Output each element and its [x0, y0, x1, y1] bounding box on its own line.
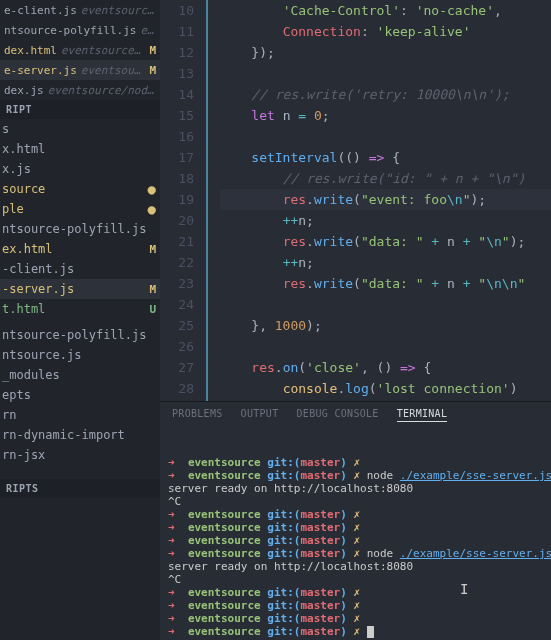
terminal-cursor: [367, 626, 374, 638]
panel-tab-terminal[interactable]: TERMINAL: [397, 408, 448, 422]
code-line[interactable]: res.on('close', () => {: [220, 357, 551, 378]
code-line[interactable]: 'Cache-Control': 'no-cache',: [220, 0, 551, 21]
open-editor-tab[interactable]: e-server.jseventsource...M: [0, 60, 160, 80]
code-line[interactable]: console.log('lost connection'): [220, 378, 551, 399]
terminal-line: ^C: [168, 573, 543, 586]
line-number: 22: [160, 252, 194, 273]
file-name: rn: [2, 408, 16, 422]
file-tree-item[interactable]: ntsource-polyfill.js: [0, 325, 160, 345]
file-tree-item[interactable]: ex.htmlM: [0, 239, 160, 259]
line-number: 21: [160, 231, 194, 252]
file-name: -server.js: [2, 282, 74, 296]
tab-path: eventsource...: [81, 64, 146, 77]
file-tree-item[interactable]: t.htmlU: [0, 299, 160, 319]
file-name: s: [2, 122, 9, 136]
tab-filename: dex.js: [4, 84, 44, 97]
code-line[interactable]: res.write("event: foo\n");: [220, 189, 551, 210]
explorer-section-header-2[interactable]: RIPTS: [0, 479, 160, 498]
line-number: 23: [160, 273, 194, 294]
tab-path: eve...: [140, 24, 156, 37]
explorer-section-header[interactable]: RIPT: [0, 100, 160, 119]
line-number: 25: [160, 315, 194, 336]
code-line[interactable]: }, 1000);: [220, 315, 551, 336]
open-editor-tab[interactable]: dex.jseventsource/node_...: [0, 80, 160, 100]
file-tree-item[interactable]: ple●: [0, 199, 160, 219]
line-number: 12: [160, 42, 194, 63]
file-tree-item[interactable]: source●: [0, 179, 160, 199]
file-tree-item[interactable]: s: [0, 119, 160, 139]
code-line[interactable]: Connection: 'keep-alive': [220, 21, 551, 42]
modified-badge: M: [149, 243, 156, 256]
file-name: ex.html: [2, 242, 53, 256]
file-tree-1: sx.htmlx.jssource●ple●ntsource-polyfill.…: [0, 119, 160, 319]
file-tree-item[interactable]: rn-jsx: [0, 445, 160, 465]
file-tree-item[interactable]: ntsource.js: [0, 345, 160, 365]
main-area: 10111213141516171819202122232425262728 '…: [160, 0, 551, 640]
code-editor[interactable]: 10111213141516171819202122232425262728 '…: [160, 0, 551, 401]
code-line[interactable]: });: [220, 42, 551, 63]
file-tree-item[interactable]: rn: [0, 405, 160, 425]
terminal-line: ➜ eventsource git:(master) ✗: [168, 599, 543, 612]
terminal-output[interactable]: ➜ eventsource git:(master) ✗➜ eventsourc…: [160, 428, 551, 640]
untracked-badge: U: [149, 303, 156, 316]
file-tree-item[interactable]: -client.js: [0, 259, 160, 279]
terminal-line: ➜ eventsource git:(master) ✗: [168, 625, 543, 638]
line-number: 17: [160, 147, 194, 168]
code-line[interactable]: [220, 336, 551, 357]
line-number: 13: [160, 63, 194, 84]
terminal-line: ➜ eventsource git:(master) ✗: [168, 534, 543, 547]
code-line[interactable]: res.write("data: " + n + "\n");: [220, 231, 551, 252]
terminal-line: ^C: [168, 495, 543, 508]
file-name: rn-dynamic-import: [2, 428, 125, 442]
file-name: epts: [2, 388, 31, 402]
code-line[interactable]: [220, 126, 551, 147]
code-line[interactable]: ++n;: [220, 210, 551, 231]
file-name: -client.js: [2, 262, 74, 276]
terminal-line: ➜ eventsource git:(master) ✗ node ./exam…: [168, 469, 543, 482]
line-number: 10: [160, 0, 194, 21]
line-number: 27: [160, 357, 194, 378]
code-line[interactable]: [220, 63, 551, 84]
open-editor-tab[interactable]: ntsource-polyfill.jseve...: [0, 20, 160, 40]
line-number: 19: [160, 189, 194, 210]
tab-path: eventsource...: [61, 44, 145, 57]
code-line[interactable]: res.write("data: " + n + "\n\n": [220, 273, 551, 294]
open-editor-tab[interactable]: e-client.jseventsource/ex...: [0, 0, 160, 20]
tab-filename: e-client.js: [4, 4, 77, 17]
file-tree-item[interactable]: x.html: [0, 139, 160, 159]
code-line[interactable]: let n = 0;: [220, 105, 551, 126]
code-line[interactable]: [220, 294, 551, 315]
tab-filename: ntsource-polyfill.js: [4, 24, 136, 37]
code-content[interactable]: 'Cache-Control': 'no-cache', Connection:…: [208, 0, 551, 401]
text-cursor-icon: I: [460, 583, 468, 596]
tab-filename: dex.html: [4, 44, 57, 57]
code-line[interactable]: // res.write("id: " + n + "\n"): [220, 168, 551, 189]
file-tree-item[interactable]: -server.jsM: [0, 279, 160, 299]
panel-tab-problems[interactable]: PROBLEMS: [172, 408, 223, 422]
code-line[interactable]: // res.write('retry: 10000\n\n');: [220, 84, 551, 105]
terminal-line: ➜ eventsource git:(master) ✗: [168, 586, 543, 599]
panel-tab-debug-console[interactable]: DEBUG CONSOLE: [297, 408, 379, 422]
terminal-line: ➜ eventsource git:(master) ✗: [168, 521, 543, 534]
line-number: 11: [160, 21, 194, 42]
line-number: 18: [160, 168, 194, 189]
file-name: source: [2, 182, 45, 196]
panel-tab-output[interactable]: OUTPUT: [241, 408, 279, 422]
panel-tabs: PROBLEMSOUTPUTDEBUG CONSOLETERMINAL: [160, 402, 551, 428]
code-line[interactable]: setInterval(() => {: [220, 147, 551, 168]
dirty-dot-icon: ●: [148, 182, 156, 196]
file-tree-item[interactable]: x.js: [0, 159, 160, 179]
file-tree-item[interactable]: rn-dynamic-import: [0, 425, 160, 445]
file-tree-item[interactable]: epts: [0, 385, 160, 405]
file-tree-item[interactable]: _modules: [0, 365, 160, 385]
file-tree-item[interactable]: ntsource-polyfill.js: [0, 219, 160, 239]
terminal-line: ➜ eventsource git:(master) ✗: [168, 456, 543, 469]
code-line[interactable]: ++n;: [220, 252, 551, 273]
open-editor-tab[interactable]: dex.htmleventsource...M: [0, 40, 160, 60]
terminal-line: ➜ eventsource git:(master) ✗ node ./exam…: [168, 547, 543, 560]
file-name: ple: [2, 202, 24, 216]
terminal-line: ➜ eventsource git:(master) ✗: [168, 508, 543, 521]
line-number-gutter: 10111213141516171819202122232425262728: [160, 0, 208, 401]
tab-filename: e-server.js: [4, 64, 77, 77]
line-number: 26: [160, 336, 194, 357]
